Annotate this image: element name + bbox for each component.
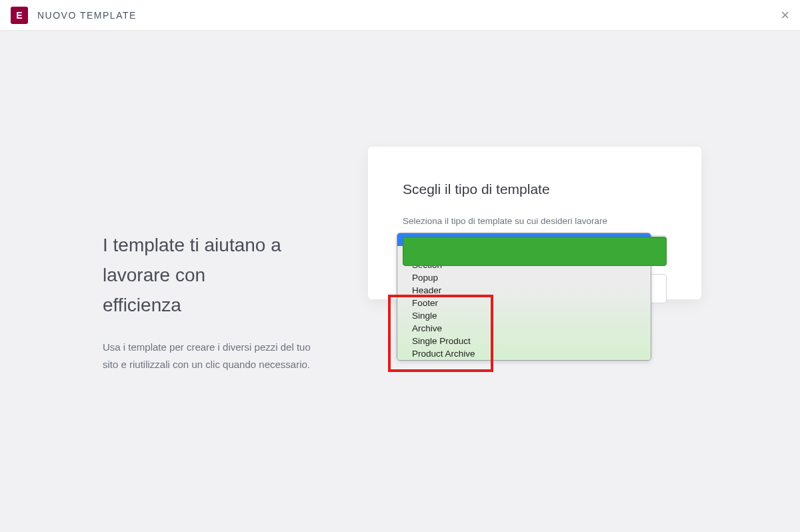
dropdown-option-footer[interactable]: Footer xyxy=(397,297,651,309)
header-title: NUOVO TEMPLATE xyxy=(37,10,137,21)
intro-description: Usa i template per creare i diversi pezz… xyxy=(103,339,323,373)
dropdown-option-popup[interactable]: Popup xyxy=(397,271,651,284)
intro-title-line: lavorare con xyxy=(103,265,205,285)
modal-header: E NUOVO TEMPLATE × xyxy=(0,0,800,31)
template-type-label: Seleziona il tipo di template su cui des… xyxy=(403,216,667,226)
intro-title-line: efficienza xyxy=(103,295,181,315)
dropdown-option-product-archive[interactable]: Product Archive xyxy=(397,347,651,360)
dropdown-option-single-product[interactable]: Single Product xyxy=(397,335,651,347)
dropdown-option-archive[interactable]: Archive xyxy=(397,322,651,335)
intro-title-line: I template ti aiutano a xyxy=(103,235,281,255)
intro-column: I template ti aiutano a lavorare con eff… xyxy=(0,31,347,373)
logo-mark: E xyxy=(16,11,22,20)
intro-title: I template ti aiutano a lavorare con eff… xyxy=(103,231,347,320)
close-icon: × xyxy=(781,7,789,23)
dropdown-option-single[interactable]: Single xyxy=(397,309,651,322)
template-form-card: Scegli il tipo di template Seleziona il … xyxy=(368,147,701,299)
create-template-button[interactable] xyxy=(403,237,667,266)
card-title: Scegli il tipo di template xyxy=(403,181,667,197)
elementor-logo: E xyxy=(11,7,28,24)
dropdown-option-header[interactable]: Header xyxy=(397,284,651,297)
close-button[interactable]: × xyxy=(781,8,789,23)
